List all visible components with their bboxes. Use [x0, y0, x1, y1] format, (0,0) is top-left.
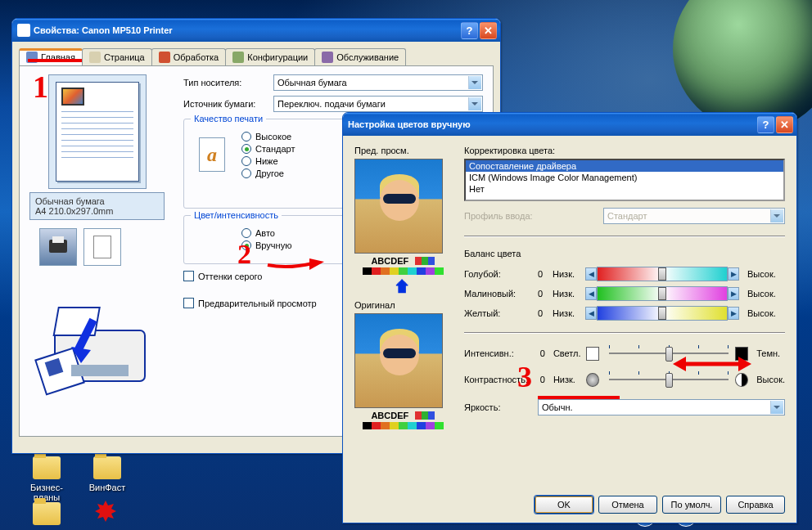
source-label: Источник бумаги: [183, 99, 273, 109]
brightness-combo[interactable]: Обычн. [538, 399, 785, 415]
sample-preview [354, 159, 443, 254]
list-item[interactable]: ICM (Windows Image Color Management) [466, 172, 783, 183]
preview-label: Пред. просм. [354, 146, 451, 155]
tab-icon [232, 52, 244, 63]
correction-listbox[interactable]: Сопоставление драйвера ICM (Windows Imag… [464, 159, 785, 201]
intensity-slider[interactable] [609, 345, 729, 362]
paper-info: Обычная бумага A4 210.0x297.0mm [29, 192, 165, 220]
annotation-underline-1 [28, 59, 82, 62]
list-item[interactable]: Сопоставление драйвера [466, 160, 783, 172]
titlebar[interactable]: 🖨 Свойства: Canon MP510 Printer ? ✕ [12, 19, 500, 42]
tab-strip: Главная Страница Обработка Конфигурации … [19, 48, 494, 66]
desktop-folder-1[interactable]: Бизнес-планы [18, 456, 75, 502]
profile-combo: Стандарт [603, 208, 785, 224]
slider-right[interactable]: ▶ [728, 307, 739, 320]
tab-config[interactable]: Конфигурации [225, 48, 315, 65]
magenta-row: Малиновый: 0 Низк. ◀ ▶ Высок. [464, 286, 785, 301]
desktop-folder-3[interactable] [18, 502, 75, 528]
tab-label: Обслуживание [336, 52, 399, 62]
list-item[interactable]: Нет [466, 183, 783, 195]
tab-label: Конфигурации [247, 52, 308, 62]
yellow-row: Желтый: 0 Низк. ◀ ▶ Высок. [464, 306, 785, 321]
palette [354, 422, 451, 429]
window-title: Настройка цветов вручную [348, 119, 471, 129]
printer-illustration [29, 279, 165, 402]
svg-rect-1 [52, 236, 64, 243]
paper-preview [48, 74, 147, 189]
annotation-underline-3 [538, 396, 620, 399]
slider-right[interactable]: ▶ [728, 287, 739, 300]
tab-page[interactable]: Страница [82, 48, 152, 65]
slider-left[interactable]: ◀ [585, 287, 597, 300]
page-thumb-button[interactable] [83, 228, 121, 266]
profile-label: Профиль ввода: [464, 211, 595, 221]
ok-button[interactable]: OK [535, 496, 593, 514]
page-icon [93, 236, 111, 258]
help-button[interactable]: ? [757, 116, 774, 133]
close-button[interactable]: ✕ [480, 22, 497, 39]
contrast-row: Контрастность: 0 Низк. Высок. [464, 371, 785, 388]
media-combo[interactable]: Обычная бумага [273, 74, 483, 91]
media-label: Тип носителя: [183, 78, 273, 88]
slider-left[interactable]: ◀ [585, 267, 597, 281]
close-button[interactable]: ✕ [776, 116, 793, 133]
tab-label: Обработка [174, 52, 219, 62]
balance-title: Баланс цвета [464, 249, 785, 258]
titlebar[interactable]: Настройка цветов вручную ? ✕ [343, 113, 796, 136]
splat-icon [92, 499, 119, 525]
slider-right[interactable]: ▶ [728, 267, 739, 281]
cancel-button[interactable]: Отмена [598, 496, 657, 514]
brightness-label: Яркость: [464, 402, 530, 412]
source-combo[interactable]: Переключ. подачи бумаги [273, 96, 483, 112]
help-button[interactable]: ? [461, 22, 478, 39]
icon-label: Бизнес-планы [18, 483, 75, 502]
group-title: Качество печати [191, 114, 266, 124]
arrow-up-icon: 🡅 [354, 278, 451, 297]
palette [354, 267, 451, 275]
desktop-splat[interactable] [77, 499, 134, 525]
tab-icon [159, 52, 170, 63]
window-title: Свойства: Canon MP510 Printer [34, 25, 173, 35]
contrast-slider[interactable] [609, 371, 729, 388]
help-text-button[interactable]: Справка [726, 496, 785, 514]
correction-label: Корректировка цвета: [464, 146, 785, 155]
tab-label: Страница [104, 52, 145, 62]
quality-icon: a [199, 137, 225, 172]
cyan-slider[interactable] [597, 267, 728, 281]
low-contrast-icon [586, 373, 599, 387]
tab-process[interactable]: Обработка [151, 48, 226, 65]
tab-icon [322, 52, 333, 63]
folder-icon [33, 502, 61, 525]
folder-icon [93, 456, 121, 479]
group-title: Цвет/интенсивность [191, 210, 282, 220]
tab-icon [89, 52, 101, 63]
sample-original [354, 313, 443, 408]
svg-rect-7 [71, 365, 129, 376]
manual-color-window: Настройка цветов вручную ? ✕ Пред. просм… [342, 112, 797, 523]
abc-row: ABCDEF [354, 410, 451, 421]
light-icon [586, 347, 599, 361]
original-label: Оригинал [354, 300, 451, 310]
printer-icon: 🖨 [17, 24, 30, 37]
abc-row: ABCDEF [354, 255, 451, 267]
magenta-slider[interactable] [597, 286, 728, 301]
high-contrast-icon [735, 373, 748, 387]
yellow-slider[interactable] [597, 306, 728, 321]
tab-main[interactable]: Главная [19, 48, 83, 65]
folder-icon [33, 456, 61, 479]
intensity-row: Интенсивн.: 0 Светл. Темн. [464, 345, 785, 362]
desktop-folder-2[interactable]: ВинФаст [79, 456, 136, 492]
cyan-row: Голубой: 0 Низк. ◀ ▶ Высок. [464, 267, 785, 281]
printer-thumb-button[interactable] [39, 228, 77, 266]
icon-label: ВинФаст [79, 483, 136, 492]
dark-icon [735, 347, 748, 361]
slider-left[interactable]: ◀ [585, 307, 597, 320]
tab-service[interactable]: Обслуживание [314, 48, 406, 65]
default-button[interactable]: По умолч. [662, 496, 721, 514]
printer-small-icon [46, 236, 70, 258]
